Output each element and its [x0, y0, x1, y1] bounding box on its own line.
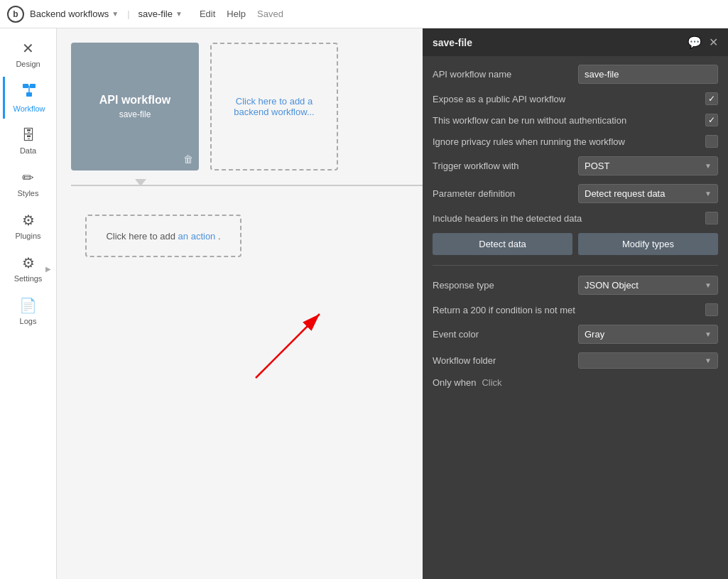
data-icon: 🗄 [21, 127, 36, 144]
edit-nav-item[interactable]: Edit [200, 9, 215, 19]
param-def-row: Parameter definition Detect request data… [433, 184, 718, 203]
plugins-icon: ⚙ [22, 212, 35, 229]
help-nav-item[interactable]: Help [227, 9, 246, 19]
sidebar-item-logs-label: Logs [20, 317, 37, 325]
expose-api-row: Expose as a public API workflow ✓ [433, 92, 718, 105]
workflow-folder-arrow-icon: ▼ [705, 357, 712, 364]
sidebar-item-logs[interactable]: 📄 Logs [3, 291, 54, 331]
param-def-select[interactable]: Detect request data ▼ [578, 184, 718, 203]
logs-icon: 📄 [19, 297, 37, 314]
panel-body: API workflow name Expose as a public API… [423, 56, 728, 396]
event-color-value: Gray [585, 329, 604, 340]
sidebar-item-styles[interactable]: ✏ Styles [3, 163, 54, 203]
detect-data-button[interactable]: Detect data [433, 233, 572, 255]
return-200-row: Return a 200 if condition is not met [433, 303, 718, 316]
add-action-block[interactable]: Click here to add an action . [85, 215, 241, 257]
response-type-row: Response type JSON Object ▼ [433, 276, 718, 295]
ignore-privacy-row: Ignore privacy rules when running the wo… [433, 135, 718, 148]
add-action-label: Click here to add an action . [106, 231, 220, 242]
param-def-arrow-icon: ▼ [705, 190, 712, 197]
content-area: API workflow save-file 🗑 Click here to a… [57, 28, 728, 579]
sidebar-item-data[interactable]: 🗄 Data [3, 121, 54, 161]
trigger-workflow-value: POST [585, 161, 609, 171]
arrow-svg [199, 300, 341, 385]
detect-modify-row: Detect data Modify types [433, 233, 718, 255]
return-200-label: Return a 200 if condition is not met [433, 305, 698, 315]
app-logo: b [7, 6, 24, 23]
settings-panel: save-file 💬 ✕ API workflow name Expos [423, 28, 728, 579]
workflow-folder-label: Workflow folder [433, 355, 572, 366]
api-workflow-block[interactable]: API workflow save-file 🗑 [71, 43, 199, 171]
sidebar-item-data-label: Data [20, 146, 36, 155]
sidebar-item-plugins-label: Plugins [15, 232, 40, 240]
svg-rect-1 [30, 84, 36, 88]
response-type-label: Response type [433, 280, 572, 291]
include-headers-row: Include headers in the detected data [433, 212, 718, 224]
comment-icon[interactable]: 💬 [688, 36, 702, 49]
workflow-folder-select[interactable]: ▼ [578, 352, 718, 369]
param-def-value: Detect request data [585, 188, 665, 199]
no-auth-row: This workflow can be run without authent… [433, 114, 718, 126]
sidebar-item-settings-label: Settings [14, 274, 43, 283]
svg-line-7 [256, 314, 320, 378]
include-headers-checkbox[interactable] [705, 212, 718, 224]
trigger-workflow-select-container: POST ▼ [578, 156, 718, 175]
panel-header: save-file 💬 ✕ [423, 28, 728, 56]
ignore-privacy-label: Ignore privacy rules when running the wo… [433, 136, 698, 147]
sidebar-item-settings[interactable]: ⚙ Settings ▶ [3, 249, 54, 288]
app-name-label: Backend workflows [30, 9, 109, 19]
ignore-privacy-checkbox[interactable] [705, 135, 718, 148]
api-workflow-name-row: API workflow name [433, 65, 718, 84]
panel-title: save-file [433, 37, 472, 48]
api-workflow-name-value [578, 65, 718, 84]
response-type-arrow-icon: ▼ [705, 281, 712, 289]
workflow-name-arrow-icon: ▼ [175, 10, 183, 18]
response-type-select-container: JSON Object ▼ [578, 276, 718, 295]
design-icon: ✕ [22, 40, 34, 57]
event-color-select-container: Gray ▼ [578, 325, 718, 344]
sidebar-item-design-label: Design [16, 60, 40, 68]
delete-workflow-icon[interactable]: 🗑 [183, 153, 193, 165]
only-when-label: Only when [433, 377, 476, 388]
app-name-dropdown[interactable]: Backend workflows ▼ [30, 9, 119, 19]
api-workflow-name-input[interactable] [578, 65, 718, 84]
sidebar-item-plugins[interactable]: ⚙ Plugins [3, 206, 54, 246]
only-when-value[interactable]: Click [482, 377, 501, 388]
app-name-arrow-icon: ▼ [112, 10, 119, 18]
expose-api-label: Expose as a public API workflow [433, 94, 698, 104]
sidebar: ✕ Design Workflow 🗄 Data ✏ Styles [0, 28, 57, 579]
workflow-name-dropdown[interactable]: save-file ▼ [138, 9, 183, 19]
no-auth-checkbox[interactable]: ✓ [705, 114, 718, 126]
workflow-folder-select-container: ▼ [578, 352, 718, 369]
trigger-workflow-arrow-icon: ▼ [705, 162, 712, 170]
api-workflow-title: API workflow [99, 94, 170, 107]
response-type-value: JSON Object [585, 280, 639, 291]
saved-status: Saved [257, 9, 283, 19]
sidebar-item-workflow[interactable]: Workflow [3, 77, 54, 119]
workflow-folder-row: Workflow folder ▼ [433, 352, 718, 369]
topbar-nav: Edit Help [200, 9, 246, 19]
styles-icon: ✏ [22, 169, 34, 186]
response-type-select[interactable]: JSON Object ▼ [578, 276, 718, 295]
trigger-workflow-label: Trigger workflow with [433, 161, 572, 171]
api-workflow-name-label: API workflow name [433, 69, 572, 80]
return-200-checkbox[interactable] [705, 303, 718, 316]
modify-types-button[interactable]: Modify types [578, 233, 718, 255]
close-panel-icon[interactable]: ✕ [709, 36, 718, 49]
param-def-select-container: Detect request data ▼ [578, 184, 718, 203]
add-backend-workflow-block[interactable]: Click here to add a backend workflow... [210, 43, 338, 171]
trigger-workflow-select[interactable]: POST ▼ [578, 156, 718, 175]
sidebar-item-design[interactable]: ✕ Design [3, 34, 54, 74]
add-action-link[interactable]: an action [178, 231, 216, 242]
event-color-select[interactable]: Gray ▼ [578, 325, 718, 344]
arrow-annotation [199, 300, 341, 387]
expose-api-checkbox[interactable]: ✓ [705, 92, 718, 105]
include-headers-label: Include headers in the detected data [433, 213, 698, 224]
divider-arrow-icon [135, 179, 146, 186]
no-auth-label: This workflow can be run without authent… [433, 115, 698, 126]
param-def-label: Parameter definition [433, 188, 572, 199]
panel-header-icons: 💬 ✕ [688, 36, 718, 49]
sidebar-item-styles-label: Styles [18, 189, 39, 197]
only-when-row: Only when Click [433, 377, 718, 388]
trigger-workflow-row: Trigger workflow with POST ▼ [433, 156, 718, 175]
